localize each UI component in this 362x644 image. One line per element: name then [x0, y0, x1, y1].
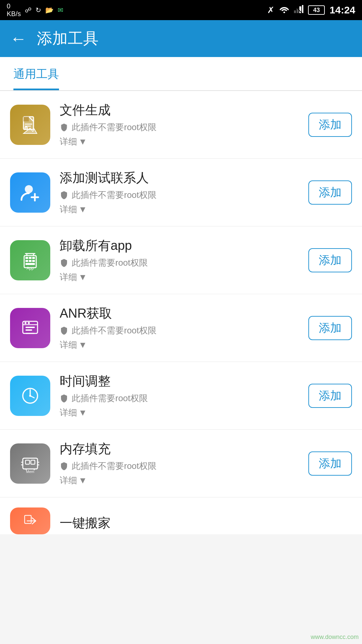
tool-name-file-gen: 文件生成 [60, 102, 299, 119]
svg-rect-16 [29, 257, 32, 259]
tab-bar: 通用工具 [0, 57, 362, 90]
tool-permission-mem-fill: 此插件不需要root权限 [60, 460, 299, 472]
tool-name-mem-fill: 内存填充 [60, 440, 299, 458]
battery-level: 43 [313, 7, 320, 14]
status-right: ✗ 43 14:24 [267, 4, 355, 16]
svg-rect-28 [25, 329, 32, 331]
svg-point-11 [25, 185, 33, 193]
svg-rect-4 [302, 5, 303, 13]
tool-permission-add-contact: 此插件不需要root权限 [60, 189, 299, 201]
tool-name-anr: ANR获取 [60, 305, 299, 322]
tool-info-file-gen: 文件生成 此插件不需要root权限 详细 ▼ [60, 102, 299, 148]
tool-detail-uninstall-app[interactable]: 详细 ▼ [60, 271, 299, 283]
svg-rect-44 [25, 516, 32, 524]
tool-name-move: 一键搬家 [60, 515, 352, 532]
clock: 14:24 [329, 4, 355, 16]
svg-rect-1 [294, 10, 296, 13]
tool-item-file-gen: 文件生成 此插件不需要root权限 详细 ▼ 添加 [0, 91, 362, 159]
svg-text:App: App [26, 266, 34, 271]
speed-indicator: 0KB/s [7, 2, 21, 18]
tool-item-mem-fill: Mem 内存填充 此插件不需要root权限 详细 ▼ 添加 [0, 430, 362, 497]
svg-rect-36 [31, 460, 35, 464]
bluetooth-icon: ✗ [267, 5, 275, 15]
add-button-mem-fill[interactable]: 添加 [308, 451, 352, 476]
tool-detail-file-gen[interactable]: 详细 ▼ [60, 136, 299, 148]
tool-icon-add-contact [10, 172, 50, 213]
tool-name-time-adjust: 时间调整 [60, 373, 299, 390]
toolbar: ← 添加工具 [0, 20, 362, 57]
tool-item-uninstall-app: App 卸载所有app 此插件需要root权限 详细 ▼ 添加 [0, 226, 362, 294]
watermark: www.downcc.com [311, 634, 359, 641]
tool-icon-mem-fill: Mem [10, 443, 50, 484]
svg-rect-21 [25, 263, 35, 265]
send-icon: ✉ [58, 6, 63, 14]
signal-icon [294, 5, 303, 15]
tool-name-add-contact: 添加测试联系人 [60, 169, 299, 186]
tool-item-anr: ANR获取 此插件不需要root权限 详细 ▼ 添加 [0, 294, 362, 362]
tool-info-move-partial: 一键搬家 [60, 515, 352, 534]
tool-icon-uninstall-app: App [10, 240, 50, 280]
svg-rect-27 [25, 327, 35, 328]
tool-info-uninstall-app: 卸载所有app 此插件需要root权限 详细 ▼ [60, 237, 299, 283]
tool-name-uninstall-app: 卸载所有app [60, 237, 299, 254]
back-button[interactable]: ← [10, 30, 27, 47]
tool-icon-anr [10, 308, 50, 348]
tool-detail-mem-fill[interactable]: 详细 ▼ [60, 475, 299, 486]
tool-info-time-adjust: 时间调整 此插件需要root权限 详细 ▼ [60, 373, 299, 419]
svg-point-33 [29, 395, 31, 397]
screenshot-icon: ☍ [25, 6, 32, 14]
refresh-icon: ↻ [36, 6, 41, 14]
svg-point-0 [284, 11, 285, 13]
tool-info-mem-fill: 内存填充 此插件不需要root权限 详细 ▼ [60, 440, 299, 486]
svg-rect-15 [25, 257, 28, 259]
add-button-anr[interactable]: 添加 [308, 316, 352, 340]
add-button-file-gen[interactable]: 添加 [308, 113, 352, 137]
svg-text:Mem: Mem [26, 470, 34, 474]
svg-rect-35 [25, 460, 29, 464]
svg-point-25 [24, 322, 26, 324]
tool-info-add-contact: 添加测试联系人 此插件不需要root权限 详细 ▼ [60, 169, 299, 215]
tool-item-move-partial: 一键搬家 [0, 497, 362, 534]
tool-permission-anr: 此插件不需要root权限 [60, 325, 299, 336]
status-left: 0KB/s ☍ ↻ 📂 ✉ [7, 2, 63, 18]
wifi-icon [279, 5, 289, 15]
tool-permission-time-adjust: 此插件需要root权限 [60, 392, 299, 404]
add-button-time-adjust[interactable]: 添加 [308, 384, 352, 408]
svg-rect-34 [23, 458, 38, 469]
tab-general-tools[interactable]: 通用工具 [13, 57, 59, 90]
svg-rect-20 [32, 260, 35, 262]
tool-icon-time-adjust [10, 376, 50, 416]
svg-rect-17 [32, 257, 35, 259]
status-bar: 0KB/s ☍ ↻ 📂 ✉ ✗ 43 14:24 [0, 0, 362, 20]
svg-rect-19 [29, 260, 32, 262]
tool-permission-uninstall-app: 此插件需要root权限 [60, 257, 299, 269]
tool-list: 文件生成 此插件不需要root权限 详细 ▼ 添加 [0, 91, 362, 534]
tool-icon-move [10, 507, 50, 534]
tool-item-time-adjust: 时间调整 此插件需要root权限 详细 ▼ 添加 [0, 362, 362, 430]
add-button-uninstall-app[interactable]: 添加 [308, 248, 352, 272]
tool-detail-add-contact[interactable]: 详细 ▼ [60, 204, 299, 215]
tool-info-anr: ANR获取 此插件不需要root权限 详细 ▼ [60, 305, 299, 351]
page-title: 添加工具 [37, 28, 99, 49]
tool-detail-time-adjust[interactable]: 详细 ▼ [60, 407, 299, 419]
svg-rect-18 [25, 260, 28, 262]
add-button-add-contact[interactable]: 添加 [308, 180, 352, 205]
battery-container: 43 [308, 5, 325, 15]
svg-point-10 [25, 127, 27, 129]
tool-detail-anr[interactable]: 详细 ▼ [60, 339, 299, 351]
folder-icon: 📂 [45, 6, 54, 14]
tool-item-add-contact: 添加测试联系人 此插件不需要root权限 详细 ▼ 添加 [0, 159, 362, 226]
svg-rect-7 [23, 117, 29, 121]
tool-permission-file-gen: 此插件不需要root权限 [60, 121, 299, 133]
tool-icon-file-gen [10, 105, 50, 145]
svg-point-26 [28, 322, 30, 324]
